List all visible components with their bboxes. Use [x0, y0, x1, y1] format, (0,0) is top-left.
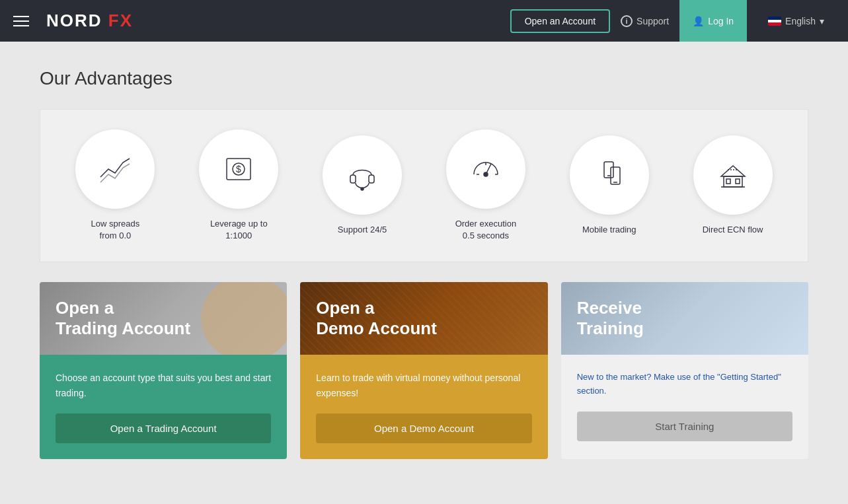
login-label: Log In	[708, 16, 734, 26]
order-execution-label: Order execution0.5 seconds	[455, 218, 517, 242]
user-icon: 👤	[693, 16, 704, 26]
demo-account-card-body: Learn to trade with virtual money withou…	[300, 355, 547, 459]
advantage-low-spreads: Low spreadsfrom 0.0	[54, 129, 177, 242]
svg-rect-4	[369, 175, 374, 183]
building-icon	[714, 157, 752, 194]
svg-point-7	[484, 172, 488, 176]
training-image-title: ReceiveTraining	[577, 298, 644, 339]
advantage-ecn-flow: Direct ECN flow	[671, 135, 794, 236]
main-content: Our Advantages Low spreadsfrom 0.0 $ Lev…	[0, 42, 848, 486]
demo-account-card-image: Open aDemo Account	[300, 282, 547, 355]
login-button[interactable]: 👤 Log In	[679, 0, 747, 42]
svg-rect-18	[736, 179, 740, 184]
trading-account-card: Open aTrading Account Choose an account …	[40, 282, 287, 459]
training-description: New to the market? Make use of the "Gett…	[577, 371, 792, 398]
svg-point-5	[361, 188, 364, 190]
lang-label: English	[785, 16, 816, 26]
leverage-icon-circle: $	[199, 129, 278, 209]
chevron-down-icon: ▾	[820, 16, 824, 26]
language-selector[interactable]: English ▾	[757, 16, 835, 26]
support-icon-circle	[323, 135, 402, 215]
svg-marker-19	[721, 166, 745, 176]
section-title: Our Advantages	[40, 68, 808, 89]
training-card: ReceiveTraining New to the market? Make …	[561, 282, 808, 459]
demo-account-image-title: Open aDemo Account	[316, 298, 437, 339]
training-card-body: New to the market? Make use of the "Gett…	[561, 355, 808, 459]
chart-icon	[96, 151, 134, 188]
demo-account-description: Learn to trade with virtual money withou…	[316, 371, 531, 400]
support-label: Support 24/5	[338, 224, 387, 236]
open-demo-account-button[interactable]: Open a Demo Account	[316, 414, 531, 443]
mobile-trading-icon-circle	[570, 135, 649, 215]
trading-account-description: Choose an account type that suits you be…	[56, 371, 271, 400]
advantage-support: Support 24/5	[301, 135, 424, 236]
money-icon: $	[220, 151, 257, 188]
leverage-label: Leverage up to1:1000	[210, 218, 268, 242]
ecn-flow-icon-circle	[693, 135, 773, 215]
support-label: Support	[636, 16, 669, 26]
start-training-button[interactable]: Start Training	[577, 412, 792, 441]
trading-account-image-title: Open aTrading Account	[56, 298, 190, 339]
cards-row: Open aTrading Account Choose an account …	[40, 282, 808, 459]
advantage-order-execution: Order execution0.5 seconds	[424, 129, 547, 242]
svg-rect-3	[350, 175, 356, 183]
flag-icon	[768, 17, 781, 26]
svg-rect-17	[726, 179, 730, 184]
training-card-image: ReceiveTraining	[561, 282, 808, 355]
info-icon: i	[621, 15, 633, 27]
order-execution-icon-circle	[446, 129, 525, 209]
trading-account-card-body: Choose an account type that suits you be…	[40, 355, 287, 459]
open-account-button[interactable]: Open an Account	[510, 9, 610, 33]
demo-account-card: Open aDemo Account Learn to trade with v…	[300, 282, 547, 459]
advantages-grid: Low spreadsfrom 0.0 $ Leverage up to1:10…	[40, 109, 808, 262]
open-trading-account-button[interactable]: Open a Trading Account	[56, 414, 271, 443]
logo: NORD FX	[46, 11, 133, 31]
logo-fx: FX	[108, 11, 133, 30]
low-spreads-icon-circle	[75, 129, 155, 209]
trading-account-card-image: Open aTrading Account	[40, 282, 287, 355]
svg-text:$: $	[236, 164, 241, 174]
header: NORD FX Open an Account i Support 👤 Log …	[0, 0, 848, 42]
hamburger-menu[interactable]	[13, 16, 29, 26]
advantage-mobile-trading: Mobile trading	[547, 135, 671, 236]
headset-icon	[344, 157, 381, 194]
svg-rect-13	[611, 167, 620, 184]
support-link[interactable]: i Support	[621, 15, 669, 27]
speedometer-icon	[467, 151, 504, 188]
low-spreads-label: Low spreadsfrom 0.0	[91, 218, 140, 242]
logo-nord: NORD	[46, 11, 108, 30]
mobile-icon	[591, 157, 628, 194]
ecn-flow-label: Direct ECN flow	[703, 224, 763, 236]
mobile-trading-label: Mobile trading	[582, 224, 636, 236]
advantage-leverage: $ Leverage up to1:1000	[177, 129, 301, 242]
